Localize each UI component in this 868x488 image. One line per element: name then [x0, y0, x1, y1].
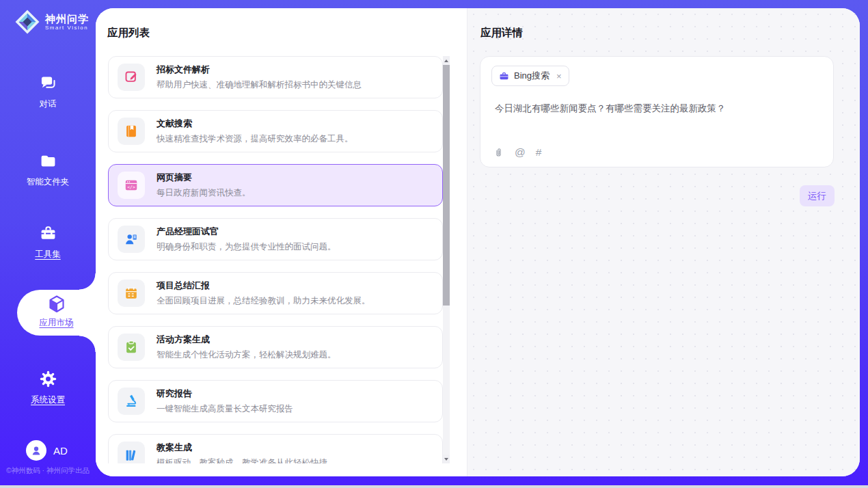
sidebar-item-smart-folder[interactable]: 智能文件夹: [0, 152, 96, 188]
interviewer-icon: [124, 232, 139, 247]
active-tab-notch-top: [79, 273, 96, 290]
user-label: AD: [53, 445, 68, 457]
app-desc: 模板驱动，教案秒成，教学准备从此轻松快捷: [157, 457, 327, 463]
triangle-down-icon: [444, 458, 448, 461]
avatar: [26, 440, 46, 461]
app-card[interactable]: 网页摘要 每日政府新闻资讯快查。: [108, 164, 443, 206]
app-icon-tile: [118, 334, 145, 361]
app-desc: 全面回顾项目进展，总结经验教训，助力未来优化发展。: [157, 295, 370, 307]
sidebar-item-chat[interactable]: 对话: [0, 74, 96, 110]
prompt-card: Bing搜索 × 今日湖北有哪些新闻要点？有哪些需要关注的最新政策？ @ #: [480, 56, 834, 167]
app-title: 文献搜索: [157, 118, 353, 130]
app-title: 研究报告: [157, 388, 293, 400]
app-title: 产品经理面试官: [157, 226, 336, 238]
calendar-report-icon: [124, 286, 139, 301]
mention-icon[interactable]: @: [515, 146, 526, 159]
app-card[interactable]: 文献搜索 快速精准查找学术资源，提高研究效率的必备工具。: [108, 110, 443, 152]
app-icon-tile: [118, 388, 145, 415]
paperclip-icon[interactable]: [493, 147, 504, 159]
app-desc: 智能生成个性化活动方案，轻松解决规划难题。: [157, 349, 336, 361]
run-button[interactable]: 运行: [800, 185, 835, 206]
brand-subtitle: Smart Vision: [45, 25, 89, 31]
sidebar-item-label: 智能文件夹: [0, 176, 96, 188]
app-card[interactable]: 活动方案生成 智能生成个性化活动方案，轻松解决规划难题。: [108, 326, 443, 368]
chat-icon: [39, 74, 57, 92]
hash-icon[interactable]: #: [536, 146, 542, 159]
app-card[interactable]: 教案生成 模板驱动，教案秒成，教学准备从此轻松快捷: [108, 434, 443, 463]
edit-document-icon: [124, 70, 139, 85]
app-desc: 明确身份和职责，为您提供专业性的面试问题。: [157, 241, 336, 253]
app-card[interactable]: 研究报告 一键智能生成高质量长文本研究报告: [108, 380, 443, 422]
active-tab-notch-bottom: [79, 336, 96, 352]
sidebar: 神州问学 Smart Vision 对话 智能文件夹: [0, 0, 96, 488]
sidebar-item-toolset[interactable]: 工具集: [0, 224, 96, 260]
app-logo: 神州问学 Smart Vision: [14, 8, 89, 36]
app-icon-tile: [118, 442, 145, 463]
sidebar-footer: ©神州数码 · 神州问学出品: [0, 466, 96, 476]
window-bottom-edge: [0, 485, 868, 488]
composer-toolbar: @ #: [493, 146, 541, 159]
app-desc: 帮助用户快速、准确地理解和解析招标书中的关键信息: [157, 79, 362, 91]
toolbox-icon: [39, 224, 57, 243]
app-title: 教案生成: [157, 442, 327, 454]
app-title: 招标文件解析: [157, 64, 362, 76]
scrollbar-thumb[interactable]: [443, 65, 450, 306]
sidebar-item-label: 系统设置: [0, 394, 96, 406]
scroll-up-button[interactable]: [443, 56, 450, 65]
sidebar-item-label: 应用市场: [17, 317, 96, 329]
brand-name: 神州问学: [45, 13, 89, 25]
gear-icon: [39, 370, 57, 388]
app-icon-tile: [118, 64, 145, 91]
cube-icon: [46, 294, 67, 314]
app-title: 网页摘要: [157, 172, 251, 184]
app-detail-title: 应用详情: [480, 26, 523, 40]
app-desc: 一键智能生成高质量长文本研究报告: [157, 403, 293, 415]
brand-diamond-icon: [14, 8, 41, 36]
triangle-up-icon: [444, 59, 448, 62]
app-icon-tile: [118, 280, 145, 307]
folder-icon: [39, 152, 57, 170]
sidebar-item-settings[interactable]: 系统设置: [0, 370, 96, 406]
app-card[interactable]: 项目总结汇报 全面回顾项目进展，总结经验教训，助力未来优化发展。: [108, 272, 443, 314]
app-list: 招标文件解析 帮助用户快速、准确地理解和解析招标书中的关键信息 文献搜索 快速精…: [108, 56, 443, 463]
app-card[interactable]: 招标文件解析 帮助用户快速、准确地理解和解析招标书中的关键信息: [108, 56, 443, 98]
prompt-input[interactable]: 今日湖北有哪些新闻要点？有哪些需要关注的最新政策？: [495, 103, 816, 115]
sidebar-item-label: 对话: [0, 98, 96, 110]
scroll-down-button[interactable]: [443, 455, 450, 463]
sidebar-item-app-market-active[interactable]: 应用市场: [17, 290, 96, 336]
app-list-panel: 应用列表 招标文件解析 帮助用户快速、准确地理解和解析招标书中的关键信息 文献搜…: [96, 8, 467, 476]
app-card[interactable]: 产品经理面试官 明确身份和职责，为您提供专业性的面试问题。: [108, 218, 443, 260]
sidebar-item-label: 工具集: [0, 249, 96, 260]
tool-chip-bing-search[interactable]: Bing搜索 ×: [491, 66, 569, 86]
app-icon-tile: [118, 172, 145, 199]
tool-chip-label: Bing搜索: [514, 70, 550, 82]
browser-code-icon: [124, 178, 139, 193]
microscope-icon: [124, 394, 139, 409]
app-list-scrollbar[interactable]: [443, 56, 450, 463]
app-icon-tile: [118, 118, 145, 145]
person-icon: [30, 444, 42, 457]
app-list-title: 应用列表: [107, 26, 150, 40]
books-icon: [124, 448, 139, 463]
app-detail-panel: 应用详情 Bing搜索 × 今日湖北有哪些新闻要点？有哪些需要关注的最新政策？ …: [467, 8, 860, 476]
clipboard-check-icon: [124, 340, 139, 355]
app-icon-tile: [118, 226, 145, 253]
app-title: 项目总结汇报: [157, 280, 370, 292]
briefcase-icon: [499, 71, 509, 81]
app-desc: 每日政府新闻资讯快查。: [157, 187, 251, 199]
book-icon: [124, 124, 139, 139]
app-desc: 快速精准查找学术资源，提高研究效率的必备工具。: [157, 133, 353, 145]
app-title: 活动方案生成: [157, 334, 336, 346]
content-panel: 应用列表 招标文件解析 帮助用户快速、准确地理解和解析招标书中的关键信息 文献搜…: [96, 8, 860, 476]
chip-close-icon[interactable]: ×: [556, 72, 562, 81]
user-account[interactable]: AD: [0, 440, 96, 461]
